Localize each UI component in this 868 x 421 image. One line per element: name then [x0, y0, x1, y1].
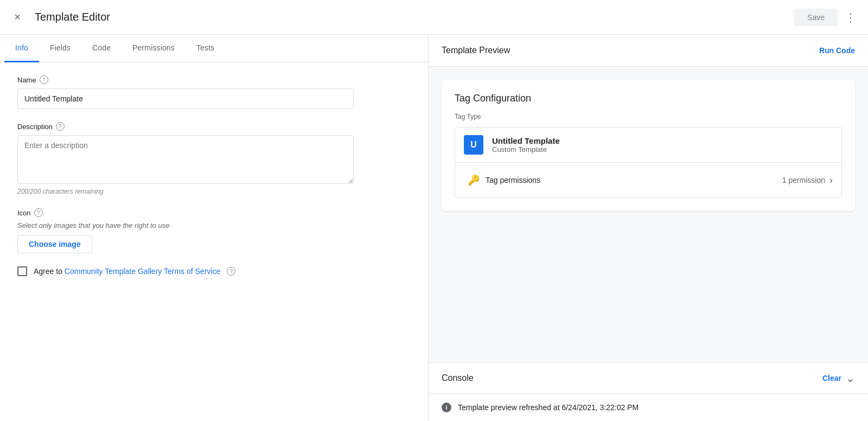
tab-code[interactable]: Code [81, 35, 122, 62]
close-icon[interactable]: × [9, 9, 26, 26]
tabs-container: Info Fields Code Permissions Tests [0, 35, 428, 62]
icon-hint: Select only images that you have the rig… [17, 221, 411, 229]
app-header: × Template Editor Save ⋮ [0, 0, 868, 35]
icon-field-group: Icon ? Select only images that you have … [17, 208, 411, 253]
choose-image-button[interactable]: Choose image [17, 235, 92, 253]
left-content: Name ? Description ? 200/200 characters … [0, 62, 428, 421]
description-label: Description ? [17, 122, 411, 131]
tos-checkbox-row: Agree to Community Template Gallery Term… [17, 266, 411, 276]
icon-label: Icon ? [17, 208, 411, 217]
console-actions: Clear ⌄ [822, 372, 855, 385]
name-field-group: Name ? [17, 75, 411, 109]
tos-link[interactable]: Community Template Gallery Terms of Serv… [65, 267, 220, 276]
description-field-group: Description ? 200/200 characters remaini… [17, 122, 411, 195]
console-message: Template preview refreshed at 6/24/2021,… [458, 403, 639, 412]
tab-tests[interactable]: Tests [186, 35, 225, 62]
tos-help-icon[interactable]: ? [227, 267, 235, 276]
tag-type-row[interactable]: U Untitled Template Custom Template [455, 127, 842, 162]
right-panel: Template Preview Run Code Tag Configurat… [429, 35, 868, 421]
page-title: Template Editor [35, 11, 110, 23]
save-button[interactable]: Save [794, 9, 838, 26]
main-layout: Info Fields Code Permissions Tests Name … [0, 35, 868, 421]
header-right: Save ⋮ [794, 9, 859, 26]
console-section: Console Clear ⌄ i Template preview refre… [429, 362, 868, 421]
console-title: Console [442, 373, 474, 383]
tag-subtitle: Custom Template [492, 145, 560, 154]
tos-checkbox[interactable] [17, 266, 27, 276]
run-code-button[interactable]: Run Code [819, 46, 855, 55]
permissions-count: 1 permission [782, 176, 825, 184]
tag-name: Untitled Template [492, 136, 560, 145]
tag-config-card: Tag Configuration Tag Type U Untitled Te… [442, 80, 855, 211]
tab-fields[interactable]: Fields [39, 35, 81, 62]
name-help-icon[interactable]: ? [40, 75, 48, 84]
more-options-icon[interactable]: ⋮ [842, 9, 859, 26]
tos-label: Agree to Community Template Gallery Term… [34, 267, 220, 276]
console-clear-button[interactable]: Clear [822, 374, 841, 382]
left-panel: Info Fields Code Permissions Tests Name … [0, 35, 429, 421]
chevron-right-icon: › [829, 175, 833, 186]
header-left: × Template Editor [9, 9, 110, 26]
description-help-icon[interactable]: ? [56, 122, 65, 131]
tab-info[interactable]: Info [4, 35, 39, 62]
tab-permissions[interactable]: Permissions [122, 35, 186, 62]
char-count: 200/200 characters remaining [17, 188, 411, 195]
description-input[interactable] [17, 135, 354, 184]
console-header: Console Clear ⌄ [429, 363, 868, 394]
tag-permissions-row[interactable]: 🔑 Tag permissions 1 permission › [455, 162, 842, 198]
key-icon: 🔑 [464, 170, 483, 190]
permissions-label: Tag permissions [486, 176, 782, 184]
icon-help-icon[interactable]: ? [34, 208, 43, 217]
preview-title: Template Preview [442, 46, 510, 55]
name-input[interactable] [17, 88, 354, 109]
tag-info: Untitled Template Custom Template [492, 136, 560, 154]
info-icon: i [442, 403, 451, 412]
console-log: i Template preview refreshed at 6/24/202… [429, 394, 868, 421]
tag-config-title: Tag Configuration [455, 93, 842, 104]
preview-header: Template Preview Run Code [429, 35, 868, 67]
preview-area: Tag Configuration Tag Type U Untitled Te… [429, 67, 868, 362]
tag-type-label: Tag Type [455, 113, 842, 120]
tag-icon: U [464, 135, 483, 155]
console-collapse-icon[interactable]: ⌄ [846, 372, 855, 385]
name-label: Name ? [17, 75, 411, 84]
